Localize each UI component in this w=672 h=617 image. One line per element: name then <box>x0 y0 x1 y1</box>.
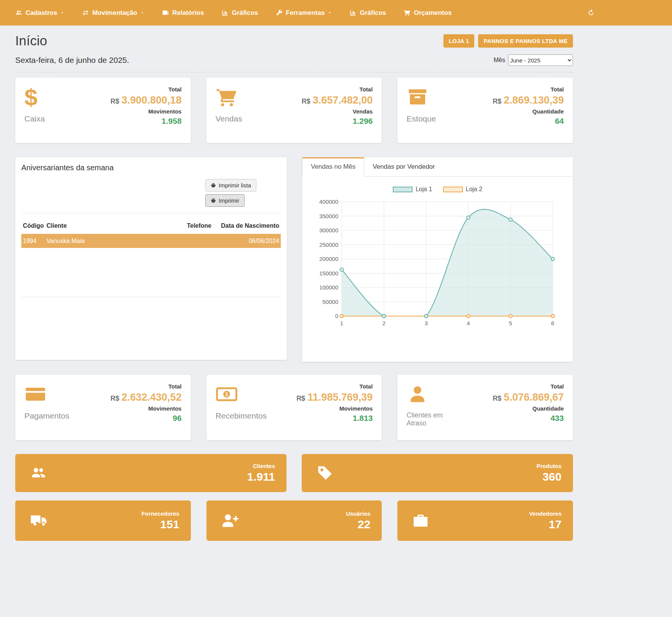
total-value: R$11.985.769,39 <box>296 392 373 403</box>
sales-tabbar: Vendas no Mês Vendas por Vendedor <box>302 157 573 177</box>
printer-icon <box>211 198 216 203</box>
bar-chart-icon <box>349 9 357 16</box>
card-title: Pagamentos <box>24 411 69 420</box>
count-label: Movimentos <box>110 108 182 115</box>
total-label: Total <box>493 383 564 390</box>
print-button[interactable]: Imprimir <box>205 194 245 207</box>
tile-fornecedores[interactable]: Fornecedores 151 <box>15 500 191 541</box>
count-value: 1.958 <box>110 117 182 126</box>
cell-client: Vanuska Maia <box>45 238 169 245</box>
count-label: Quantidade <box>493 405 564 412</box>
chevron-down-icon <box>328 11 332 15</box>
chevron-down-icon <box>60 11 64 15</box>
chevron-down-icon <box>140 11 144 15</box>
nav-item-relatorios[interactable]: Relatórios <box>162 9 204 17</box>
store-button[interactable]: LOJA 1 <box>443 34 475 48</box>
stat-card-vendas: Vendas Total R$3.657.482,00 Vendas 1.296 <box>206 78 382 143</box>
stat-card-clientes-em-atraso: Clientes em Atraso Total R$5.076.869,67 … <box>397 375 573 440</box>
card-title: Estoque <box>406 114 436 123</box>
count-label: Vendas <box>302 108 373 115</box>
tab-vendas-no-mes[interactable]: Vendas no Mês <box>302 157 364 177</box>
cell-birth-date: 06/06/2024 <box>213 238 281 245</box>
nav-item-ferramentas[interactable]: Ferramentas <box>275 9 332 17</box>
svg-text:0: 0 <box>335 313 338 319</box>
report-icon <box>162 9 169 16</box>
tile-label: Produtos <box>536 463 562 469</box>
tile-clientes[interactable]: Clientes 1.911 <box>15 454 286 492</box>
total-value: R$3.900.800,18 <box>110 94 182 106</box>
nav-item-orcamentos[interactable]: Orçamentos <box>403 9 451 17</box>
svg-text:400000: 400000 <box>319 198 338 205</box>
card-title: Clientes em Atraso <box>406 411 448 427</box>
legend-swatch-loja-1 <box>393 187 413 192</box>
column-header-cliente: Cliente <box>45 220 169 232</box>
svg-text:5: 5 <box>509 320 512 326</box>
nav-item-graficos-1[interactable]: Gráficos <box>221 9 258 17</box>
credit-card-icon <box>24 383 46 405</box>
legend-item-loja-2[interactable]: Loja 2 <box>443 186 483 193</box>
cell-code: 1994 <box>21 238 45 245</box>
svg-text:300000: 300000 <box>319 227 338 233</box>
card-title: Vendas <box>216 114 242 123</box>
tile-vendedores[interactable]: Vendedores 17 <box>397 500 573 541</box>
svg-text:250000: 250000 <box>319 241 338 248</box>
month-select[interactable]: June - 2025 <box>508 54 573 66</box>
bar-chart-icon <box>221 9 229 16</box>
column-header-data-nascimento: Data de Nascimento <box>213 220 281 232</box>
table-row[interactable]: 1994 Vanuska Maia 06/06/2024 <box>21 234 281 248</box>
count-value: 96 <box>110 414 182 423</box>
chart-legend: Loja 1 Loja 2 <box>315 186 560 193</box>
briefcase-icon <box>412 512 429 529</box>
total-label: Total <box>110 86 182 93</box>
column-header-codigo: Código <box>21 220 45 232</box>
stat-card-estoque: Estoque Total R$2.869.130,39 Quantidade … <box>397 78 573 143</box>
stat-card-pagamentos: Pagamentos Total R$2.632.430,52 Moviment… <box>15 375 191 440</box>
total-label: Total <box>493 86 564 93</box>
svg-text:6: 6 <box>551 320 554 326</box>
svg-text:100000: 100000 <box>319 284 338 291</box>
cart-icon <box>216 86 238 108</box>
total-label: Total <box>296 383 373 390</box>
count-value: 1.296 <box>302 117 373 126</box>
legend-swatch-loja-2 <box>443 187 463 192</box>
svg-text:2: 2 <box>382 320 386 326</box>
tile-usuarios[interactable]: Usuários 22 <box>206 500 382 541</box>
svg-text:3: 3 <box>424 320 427 326</box>
count-value: 64 <box>493 117 564 126</box>
nav-label: Gráficos <box>232 9 258 17</box>
tile-label: Usuários <box>346 510 370 517</box>
nav-label: Ferramentas <box>286 9 325 17</box>
chart-area: Loja 1 Loja 2 05000010000015000020000025… <box>302 177 573 330</box>
legend-item-loja-1[interactable]: Loja 1 <box>393 186 432 193</box>
tab-vendas-por-vendedor[interactable]: Vendas por Vendedor <box>364 157 443 176</box>
nav-label: Gráficos <box>360 9 386 17</box>
printer-icon <box>211 183 216 188</box>
nav-label: Movimentação <box>92 9 137 17</box>
total-value: R$2.632.430,52 <box>110 392 182 403</box>
top-navbar: Cadastros Movimentação Relatórios Gráfic… <box>0 0 672 26</box>
refresh-icon[interactable] <box>587 9 595 16</box>
current-date-text: Sexta-feira, 6 de junho de 2025. <box>15 56 129 65</box>
nav-item-movimentacao[interactable]: Movimentação <box>82 9 144 17</box>
money-icon: 1 <box>216 383 238 405</box>
users-icon <box>30 464 47 482</box>
count-value: 433 <box>493 414 564 423</box>
nav-item-cadastros[interactable]: Cadastros <box>15 9 64 17</box>
card-title: Recebimentos <box>216 411 267 420</box>
count-value: 1.813 <box>296 414 373 423</box>
user-icon <box>406 383 429 405</box>
dollar-icon: $ <box>24 86 46 108</box>
nav-label: Relatórios <box>172 9 204 17</box>
total-value: R$5.076.869,67 <box>493 392 564 403</box>
nav-item-graficos-2[interactable]: Gráficos <box>349 9 386 17</box>
nav-label: Orçamentos <box>414 9 451 17</box>
users-icon <box>15 9 22 16</box>
tile-value: 22 <box>358 518 370 531</box>
stat-card-caixa: $ Caixa Total R$3.900.800,18 Movimentos … <box>15 78 191 143</box>
tile-produtos[interactable]: Produtos 360 <box>302 454 573 492</box>
company-button[interactable]: PANNOS E PANNOS LTDA ME <box>478 34 573 48</box>
print-list-button[interactable]: Imprimir lista <box>205 179 256 192</box>
svg-text:150000: 150000 <box>319 270 338 277</box>
cart-icon <box>403 9 411 16</box>
svg-text:1: 1 <box>340 320 343 326</box>
